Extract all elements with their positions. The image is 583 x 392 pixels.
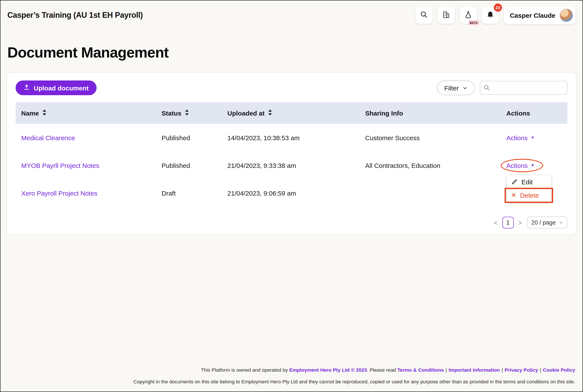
- employment-hero-link[interactable]: Employment Hero Pty Ltd © 2023: [289, 367, 367, 372]
- upload-icon: [23, 84, 30, 92]
- footer-separator: |: [502, 367, 503, 372]
- actions-label: Actions: [506, 162, 527, 169]
- column-header-actions: Actions: [506, 109, 567, 116]
- prev-page-button[interactable]: <: [493, 219, 498, 226]
- pagination: < 1 > 20 / page: [16, 216, 567, 228]
- search-icon: [420, 11, 428, 20]
- documents-card: Upload document Filter: [7, 72, 576, 235]
- terms-and-conditions-link[interactable]: Terms & Conditions: [397, 367, 444, 372]
- beta-labs-button[interactable]: BETA: [460, 6, 477, 24]
- uploaded-at-cell: 14/04/2023, 10:38:53 am: [227, 134, 365, 141]
- bell-icon: [486, 10, 494, 20]
- user-menu-button[interactable]: Casper Claude: [504, 6, 576, 24]
- search-input[interactable]: [480, 81, 567, 95]
- pencil-icon: [511, 178, 518, 185]
- notifications-button[interactable]: 23: [482, 6, 499, 24]
- column-label: Actions: [506, 109, 530, 116]
- column-header-status[interactable]: Status: [162, 109, 227, 117]
- column-label: Uploaded at: [227, 109, 265, 116]
- page-size-select[interactable]: 20 / page: [527, 216, 567, 228]
- column-label: Name: [21, 109, 39, 116]
- actions-cell: Actions ▼: [506, 134, 567, 141]
- footer-separator: |: [540, 367, 541, 372]
- footer-text: . Please read: [367, 367, 397, 372]
- column-header-name[interactable]: Name: [16, 109, 162, 117]
- global-search-button[interactable]: [415, 6, 433, 24]
- name-cell: MYOB Payrll Project Notes: [16, 162, 162, 169]
- actions-cell: Actions ▼ Edit ✕ Delete: [506, 162, 567, 169]
- important-information-link[interactable]: Important Information: [449, 367, 500, 372]
- edit-label: Edit: [521, 178, 533, 186]
- notification-count-badge: 23: [494, 4, 502, 12]
- column-header-sharing-info: Sharing Info: [365, 109, 506, 116]
- building-icon: [442, 10, 450, 20]
- sort-icon: [268, 109, 272, 117]
- table-header: Name Status Uploaded at Sharing Info Act…: [16, 102, 567, 124]
- caret-down-icon: ▼: [531, 163, 534, 167]
- footer: This Platform is owned and operated by E…: [7, 366, 575, 385]
- footer-text: This Platform is owned and operated by: [201, 367, 289, 372]
- document-link[interactable]: MYOB Payrll Project Notes: [21, 162, 99, 169]
- uploaded-at-cell: 21/04/2023, 9:06:59 am: [227, 189, 365, 197]
- delete-label: Delete: [520, 192, 539, 199]
- uploaded-at-cell: 21/04/2023, 9:33:38 am: [227, 162, 365, 169]
- privacy-policy-link[interactable]: Privacy Policy: [505, 367, 538, 372]
- upload-document-button[interactable]: Upload document: [16, 80, 96, 95]
- cookie-policy-link[interactable]: Cookie Policy: [543, 367, 575, 372]
- actions-label: Actions: [506, 134, 527, 141]
- chevron-down-icon: [463, 84, 467, 92]
- next-page-button[interactable]: >: [518, 219, 523, 226]
- status-cell: Draft: [162, 189, 227, 197]
- status-cell: Published: [162, 134, 227, 141]
- footer-line-1: This Platform is owned and operated by E…: [7, 366, 575, 374]
- actions-menu-trigger[interactable]: Actions ▼: [506, 162, 534, 169]
- user-name: Casper Claude: [510, 12, 555, 19]
- topbar: Casper’s Training (AU 1st EH Payroll) BE…: [1, 0, 582, 24]
- actions-menu-trigger[interactable]: Actions ▼: [506, 134, 534, 141]
- page-number-button[interactable]: 1: [502, 216, 514, 228]
- sort-icon: [42, 109, 47, 117]
- table-search: [480, 81, 567, 95]
- upload-document-label: Upload document: [34, 84, 89, 92]
- column-label: Status: [162, 109, 181, 116]
- user-avatar: [560, 8, 573, 22]
- column-header-uploaded-at[interactable]: Uploaded at: [227, 109, 365, 117]
- organisation-button[interactable]: [437, 6, 455, 24]
- copyright-text: Copyright in the documents on this site …: [7, 378, 575, 385]
- sharing-info-cell: Customer Success: [365, 134, 506, 141]
- footer-separator: |: [446, 367, 447, 372]
- table-row: MYOB Payrll Project Notes Published 21/0…: [16, 152, 567, 179]
- table-row: Xero Payroll Project Notes Draft 21/04/2…: [16, 179, 567, 207]
- sharing-info-cell: All Contractors, Education: [365, 162, 506, 169]
- name-cell: Xero Payroll Project Notes: [16, 189, 162, 197]
- name-cell: Medical Clearence: [16, 134, 162, 141]
- table-row: Medical Clearence Published 14/04/2023, …: [16, 124, 567, 152]
- x-icon: ✕: [511, 192, 516, 198]
- document-link[interactable]: Medical Clearence: [21, 134, 75, 141]
- app-root: Casper’s Training (AU 1st EH Payroll) BE…: [0, 0, 583, 392]
- menu-item-edit[interactable]: Edit: [507, 175, 551, 188]
- status-cell: Published: [162, 162, 227, 169]
- flask-icon: [464, 10, 472, 20]
- beta-badge: BETA: [468, 20, 479, 25]
- search-icon: [483, 84, 490, 91]
- menu-item-delete[interactable]: ✕ Delete: [507, 188, 551, 202]
- sort-icon: [184, 109, 189, 117]
- toolbar-right: Filter: [437, 80, 567, 95]
- caret-down-icon: ▼: [531, 136, 534, 140]
- workspace-title: Casper’s Training (AU 1st EH Payroll): [7, 10, 143, 20]
- table-toolbar: Upload document Filter: [16, 80, 567, 95]
- page-size-value: 20 / page: [531, 219, 556, 226]
- column-label: Sharing Info: [365, 109, 403, 116]
- actions-dropdown-menu: Edit ✕ Delete: [507, 175, 551, 202]
- filter-label: Filter: [444, 84, 459, 92]
- topbar-actions: BETA 23 Casper Claude: [415, 6, 576, 24]
- page-title: Document Management: [7, 44, 582, 61]
- chevron-down-icon: [559, 219, 563, 226]
- document-link[interactable]: Xero Payroll Project Notes: [21, 189, 97, 197]
- filter-button[interactable]: Filter: [437, 80, 475, 95]
